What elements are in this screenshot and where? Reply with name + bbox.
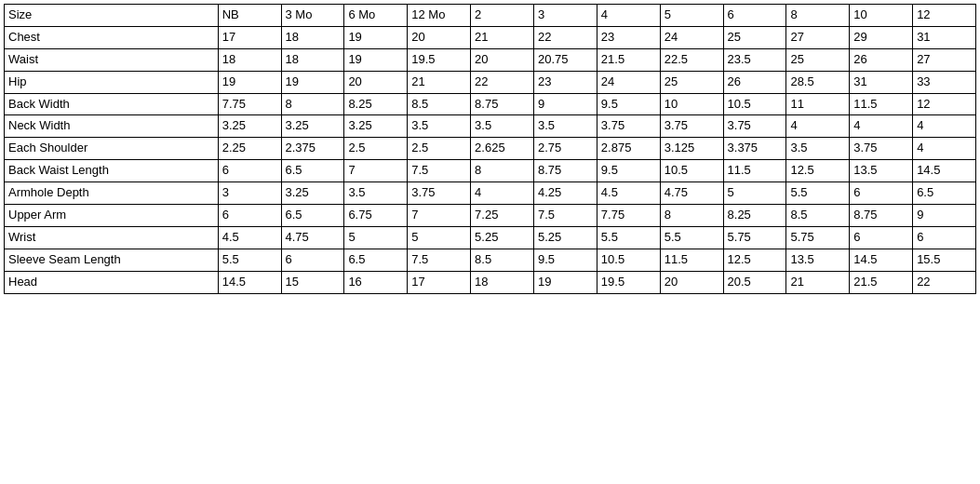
cell-value: 5.25 [471,226,534,249]
cell-value: 5.5 [786,182,850,205]
cell-value: 8.5 [471,249,534,271]
header-size-5: 5 [660,5,723,27]
cell-value: 6.5 [281,205,344,227]
cell-value: 4.75 [660,182,723,205]
cell-value: 2.875 [597,138,660,160]
row-label: Each Shoulder [5,138,219,160]
cell-value: 12 [913,93,976,115]
cell-value: 8.75 [850,205,913,227]
header-size-12: 12 [913,5,976,27]
header-size-3-Mo: 3 Mo [281,5,344,27]
cell-value: 3 [218,182,281,205]
cell-value: 8.5 [786,205,850,227]
cell-value: 20 [471,48,534,71]
cell-value: 9 [533,93,597,115]
table-row: Sleeve Seam Length5.566.57.58.59.510.511… [5,249,976,271]
cell-value: 5 [344,226,408,249]
cell-value: 26 [850,48,913,71]
cell-value: 3.5 [786,138,850,160]
table-row: Hip19192021222324252628.53133 [5,71,976,93]
cell-value: 11.5 [850,93,913,115]
cell-value: 4.5 [597,182,660,205]
cell-value: 6 [850,182,913,205]
cell-value: 19 [344,26,408,48]
table-row: Chest171819202122232425272931 [5,26,976,48]
cell-value: 27 [913,48,976,71]
cell-value: 19.5 [597,271,660,293]
cell-value: 6.75 [344,205,408,227]
cell-value: 9.5 [597,160,660,182]
cell-value: 7.5 [408,160,471,182]
cell-value: 9.5 [533,249,597,271]
cell-value: 4 [913,138,976,160]
cell-value: 3.5 [344,182,408,205]
header-size-3: 3 [533,5,597,27]
cell-value: 6.5 [913,182,976,205]
cell-value: 8.5 [408,93,471,115]
row-label: Back Waist Length [5,160,219,182]
cell-value: 3.25 [218,115,281,138]
cell-value: 27 [786,26,850,48]
cell-value: 9.5 [597,93,660,115]
cell-value: 11.5 [660,249,723,271]
cell-value: 12.5 [723,249,786,271]
table-row: Neck Width3.253.253.253.53.53.53.753.753… [5,115,976,138]
cell-value: 7 [344,160,408,182]
cell-value: 2.5 [408,138,471,160]
cell-value: 8.75 [471,93,534,115]
table-row: Armhole Depth33.253.53.7544.254.54.7555.… [5,182,976,205]
cell-value: 7.5 [533,205,597,227]
cell-value: 6 [850,226,913,249]
cell-value: 8.25 [723,205,786,227]
table-row: Upper Arm66.56.7577.257.57.7588.258.58.7… [5,205,976,227]
cell-value: 2.375 [281,138,344,160]
table-row: Back Waist Length66.577.588.759.510.511.… [5,160,976,182]
cell-value: 21 [786,271,850,293]
cell-value: 14.5 [218,271,281,293]
row-label: Armhole Depth [5,182,219,205]
cell-value: 21.5 [597,48,660,71]
cell-value: 7.5 [408,249,471,271]
cell-value: 29 [850,26,913,48]
cell-value: 25 [723,26,786,48]
cell-value: 6 [913,226,976,249]
sizing-table: SizeNB3 Mo6 Mo12 Mo2345681012 Chest17181… [4,4,976,294]
cell-value: 24 [597,71,660,93]
cell-value: 8.25 [344,93,408,115]
cell-value: 5.5 [660,226,723,249]
cell-value: 11.5 [723,160,786,182]
table-row: Back Width7.7588.258.58.7599.51010.51111… [5,93,976,115]
cell-value: 4 [913,115,976,138]
cell-value: 22 [533,26,597,48]
cell-value: 18 [471,271,534,293]
cell-value: 22 [913,271,976,293]
row-label: Sleeve Seam Length [5,249,219,271]
cell-value: 26 [723,71,786,93]
header-size-12-Mo: 12 Mo [408,5,471,27]
cell-value: 19.5 [408,48,471,71]
table-row: Each Shoulder2.252.3752.52.52.6252.752.8… [5,138,976,160]
cell-value: 5.5 [597,226,660,249]
cell-value: 3.75 [597,115,660,138]
cell-value: 20 [408,26,471,48]
row-label: Hip [5,71,219,93]
table-row: Head14.5151617181919.52020.52121.522 [5,271,976,293]
cell-value: 19 [281,71,344,93]
cell-value: 23 [597,26,660,48]
cell-value: 8 [281,93,344,115]
cell-value: 3.75 [408,182,471,205]
cell-value: 10.5 [723,93,786,115]
cell-value: 25 [660,71,723,93]
cell-value: 15.5 [913,249,976,271]
header-size-6-Mo: 6 Mo [344,5,408,27]
cell-value: 28.5 [786,71,850,93]
cell-value: 10.5 [660,160,723,182]
cell-value: 16 [344,271,408,293]
header-size-10: 10 [850,5,913,27]
header-size-6: 6 [723,5,786,27]
cell-value: 2.5 [344,138,408,160]
cell-value: 33 [913,71,976,93]
cell-value: 2.75 [533,138,597,160]
header-size-8: 8 [786,5,850,27]
cell-value: 5 [723,182,786,205]
